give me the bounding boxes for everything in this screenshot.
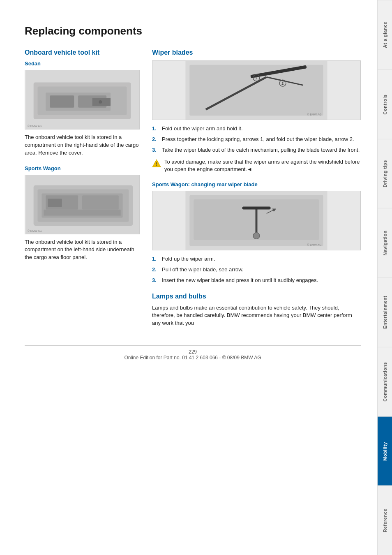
page-title: Replacing components — [25, 25, 361, 37]
sedan-heading: Sedan — [25, 60, 140, 67]
svg-rect-15 — [82, 195, 119, 210]
sedan-image: © BMW AG — [25, 70, 140, 130]
tab-driving-tips[interactable]: Driving tips — [378, 139, 392, 208]
wiper-step-3: 3. Take the wiper blade out of the catch… — [152, 146, 361, 154]
tab-at-a-glance[interactable]: At a glance — [378, 0, 392, 69]
svg-rect-4 — [50, 95, 74, 108]
lamps-bulbs-heading: Lamps and bulbs — [152, 293, 361, 300]
wiper-step-1: 1. Fold out the wiper arm and hold it. — [152, 125, 361, 132]
svg-rect-34 — [242, 206, 270, 209]
sports-wagon-image: © BMW AG — [25, 175, 140, 234]
main-content: Replacing components Onboard vehicle too… — [0, 0, 377, 555]
svg-text:© BMW AG: © BMW AG — [28, 125, 42, 127]
tab-reference[interactable]: Reference — [378, 486, 392, 555]
svg-text:© BMW AG: © BMW AG — [307, 243, 321, 246]
warning-triangle-icon: ! — [152, 159, 161, 168]
wiper-blades-heading: Wiper blades — [152, 49, 361, 56]
left-column: Onboard vehicle tool kit Sedan — [25, 49, 140, 333]
lamps-section: Lamps and bulbs Lamps and bulbs make an … — [152, 293, 361, 328]
svg-text:© BMW AG: © BMW AG — [28, 229, 42, 232]
sidebar-tabs: At a glance Controls Driving tips Naviga… — [377, 0, 392, 555]
onboard-toolkit-heading: Onboard vehicle tool kit — [25, 49, 140, 56]
rear-wiper-step-1: 1. Fold up the wiper arm. — [152, 255, 361, 263]
svg-point-35 — [253, 233, 260, 239]
wiper-warning-text: To avoid damage, make sure that the wipe… — [164, 158, 361, 173]
tab-controls[interactable]: Controls — [378, 69, 392, 139]
right-column: Wiper blades 1 — [152, 49, 361, 333]
wiper-steps-list: 1. Fold out the wiper arm and hold it. 2… — [152, 125, 361, 154]
lamps-bulbs-description: Lamps and bulbs make an essential contri… — [152, 304, 361, 328]
tab-mobility[interactable]: Mobility — [378, 416, 392, 486]
rear-wiper-steps-list: 1. Fold up the wiper arm. 2. Pull off th… — [152, 255, 361, 284]
tab-navigation[interactable]: Navigation — [378, 208, 392, 278]
sports-wagon-heading: Sports Wagon — [25, 165, 140, 171]
wiper-warning: ! To avoid damage, make sure that the wi… — [152, 158, 361, 173]
page-number: 229 — [25, 349, 361, 355]
footer-edition: Online Edition for Part no. 01 41 2 603 … — [25, 355, 361, 361]
wiper-step-2: 2. Press together the locking spring, ar… — [152, 136, 361, 143]
svg-text:1: 1 — [255, 76, 257, 80]
rear-wiper-step-3: 3. Insert the new wiper blade and press … — [152, 277, 361, 284]
sedan-description: The onboard vehicle tool kit is stored i… — [25, 134, 140, 157]
rear-wiper-step-2: 2. Pull off the wiper blade, see arrow. — [152, 266, 361, 273]
tab-entertainment[interactable]: Entertainment — [378, 278, 392, 347]
rear-wiper-heading: Sports Wagon: changing rear wiper blade — [152, 181, 361, 187]
svg-text:2: 2 — [281, 81, 284, 86]
wiper-blades-image: 1 2 © BMW AG — [152, 60, 361, 120]
svg-text:!: ! — [156, 162, 157, 166]
page-footer: 229 Online Edition for Part no. 01 41 2 … — [25, 345, 361, 361]
rear-wiper-image: © BMW AG — [152, 191, 361, 250]
svg-rect-13 — [44, 209, 120, 215]
svg-rect-16 — [48, 199, 62, 207]
sports-wagon-description: The onboard vehicle tool kit is stored i… — [25, 238, 140, 262]
tab-communications[interactable]: Communications — [378, 347, 392, 416]
svg-text:© BMW AG: © BMW AG — [307, 113, 321, 116]
svg-point-7 — [99, 100, 102, 104]
